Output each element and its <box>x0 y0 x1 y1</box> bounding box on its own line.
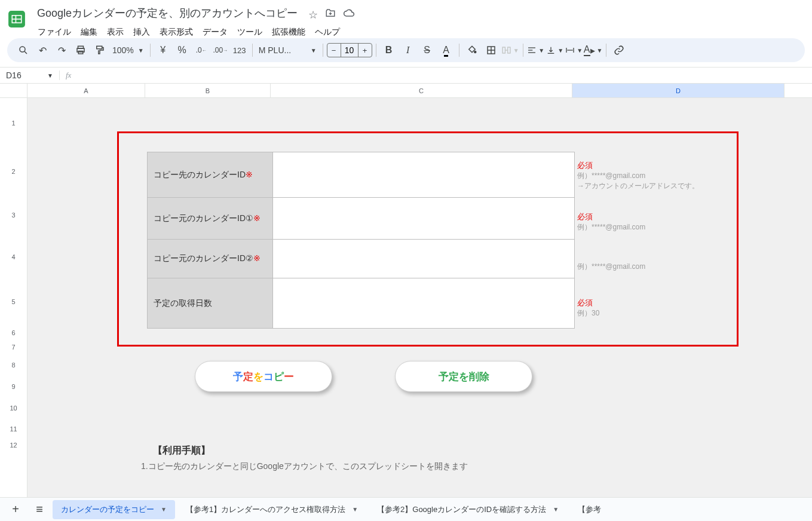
menu-edit[interactable]: 編集 <box>76 24 102 40</box>
svg-rect-15 <box>507 47 510 53</box>
zoom-select[interactable]: 100%▼ <box>110 45 146 55</box>
sheet-canvas[interactable]: コピー先のカレンダーID※ コピー元のカレンダーID①※ コピー元のカレンダーI… <box>27 98 812 497</box>
usage-heading: 【利用手順】 <box>153 445 210 457</box>
note-src1: 必須 例）*****@gmail.com <box>577 212 645 232</box>
row-header[interactable]: 4 <box>0 236 27 278</box>
sheets-logo[interactable] <box>5 7 29 31</box>
column-header[interactable]: D <box>572 84 785 97</box>
svg-rect-9 <box>97 46 102 49</box>
menu-insert[interactable]: 挿入 <box>129 24 154 40</box>
font-size[interactable]: − + <box>327 43 372 57</box>
text-color-icon[interactable]: A <box>437 41 455 59</box>
config-table: コピー先のカレンダーID※ コピー元のカレンダーID①※ コピー元のカレンダーI… <box>147 152 575 329</box>
menu-data[interactable]: データ <box>198 24 232 40</box>
font-size-increase[interactable]: + <box>358 46 372 55</box>
titlebar: Googleカレンダーの予定を、別のアカウントへコピー ☆ ファイル 編集 表示… <box>0 0 812 38</box>
font-family-select[interactable]: M PLU...▼ <box>256 45 319 55</box>
search-icon[interactable] <box>14 41 32 59</box>
svg-point-10 <box>474 51 476 53</box>
menu-view[interactable]: 表示 <box>103 24 128 40</box>
delete-events-button[interactable]: 予定を削除 <box>395 361 532 392</box>
row-header[interactable]: 10 <box>0 397 27 419</box>
all-sheets-button[interactable]: ≡ <box>29 500 50 519</box>
grid: 1 2 3 4 5 6 7 8 9 10 11 12 A B C D コピー先の… <box>0 84 812 497</box>
label-src-calendar-1: コピー元のカレンダーID①※ <box>148 198 273 240</box>
select-all-corner[interactable] <box>0 84 27 98</box>
svg-rect-14 <box>502 47 505 53</box>
print-icon[interactable] <box>72 41 90 59</box>
copy-events-button[interactable]: 予定をコピー <box>195 361 332 392</box>
row-header[interactable]: 12 <box>0 439 27 451</box>
font-size-decrease[interactable]: − <box>327 46 341 55</box>
cloud-status-icon[interactable] <box>343 7 355 22</box>
note-dest: 必須 例）*****@gmail.com →アカウントのメールアドレスです。 <box>577 160 699 191</box>
input-src-calendar-2[interactable] <box>273 240 575 278</box>
name-box[interactable]: D16▼ <box>0 71 60 80</box>
row-headers: 1 2 3 4 5 6 7 8 9 10 11 12 <box>0 84 27 497</box>
label-days: 予定の取得日数 <box>148 278 273 329</box>
input-days[interactable] <box>273 278 575 329</box>
more-formats[interactable]: 123 <box>231 41 249 59</box>
menu-format[interactable]: 表示形式 <box>155 24 197 40</box>
row-header[interactable]: 1 <box>0 98 27 149</box>
input-dest-calendar[interactable] <box>273 152 575 198</box>
strikethrough-icon[interactable]: S <box>418 41 436 59</box>
fill-color-icon[interactable] <box>463 41 481 59</box>
italic-icon[interactable]: I <box>399 41 417 59</box>
bold-icon[interactable]: B <box>380 41 398 59</box>
note-days: 必須 例）30 <box>577 298 599 318</box>
menu-tools[interactable]: ツール <box>233 24 266 40</box>
format-percent[interactable]: % <box>173 41 191 59</box>
undo-icon[interactable]: ↶ <box>33 41 51 59</box>
row-header[interactable]: 2 <box>0 149 27 194</box>
column-header[interactable]: C <box>271 84 572 97</box>
menu-extensions[interactable]: 拡張機能 <box>268 24 310 40</box>
increase-decimal-icon[interactable]: .00→ <box>212 41 229 59</box>
merge-cells-icon[interactable]: ▼ <box>501 41 519 59</box>
fx-icon: fx <box>60 71 77 80</box>
add-sheet-button[interactable]: + <box>5 500 26 519</box>
row-header[interactable]: 7 <box>0 340 27 354</box>
column-header[interactable]: A <box>27 84 145 97</box>
svg-point-4 <box>20 47 25 52</box>
sheet-tab-ref3[interactable]: 【参考 <box>569 500 609 519</box>
svg-line-5 <box>24 51 27 54</box>
insert-link-icon[interactable] <box>610 41 628 59</box>
menu-help[interactable]: ヘルプ <box>311 24 344 40</box>
row-header[interactable]: 8 <box>0 354 27 376</box>
sheet-tab-ref2[interactable]: 【参考2】GoogleカレンダーのIDを確認する方法▼ <box>369 500 567 519</box>
decrease-decimal-icon[interactable]: .0← <box>192 41 210 59</box>
row-header[interactable]: 11 <box>0 419 27 439</box>
usage-line: 1.コピー先のカレンダーと同じGoogleアカウントで、このスプレッドシートを開… <box>141 461 468 472</box>
input-src-calendar-1[interactable] <box>273 198 575 240</box>
star-icon[interactable]: ☆ <box>308 8 318 22</box>
label-dest-calendar: コピー先のカレンダーID※ <box>148 152 273 198</box>
wrap-icon[interactable]: ▼ <box>565 41 583 59</box>
sheet-tab-active[interactable]: カレンダーの予定をコピー▼ <box>53 500 175 519</box>
label-src-calendar-2: コピー元のカレンダーID②※ <box>148 240 273 278</box>
rotate-icon[interactable]: A▸▼ <box>584 41 602 59</box>
sheet-tab-ref1[interactable]: 【参考1】カレンダーへのアクセス権取得方法▼ <box>177 500 366 519</box>
toolbar: ↶ ↷ 100%▼ ¥ % .0← .00→ 123 M PLU...▼ − +… <box>7 38 805 62</box>
row-header[interactable]: 3 <box>0 194 27 236</box>
menubar: ファイル 編集 表示 挿入 表示形式 データ ツール 拡張機能 ヘルプ <box>33 24 355 40</box>
note-src2: 例）*****@gmail.com <box>577 262 645 272</box>
move-icon[interactable] <box>325 8 336 22</box>
valign-icon[interactable]: ▼ <box>546 41 564 59</box>
column-header[interactable]: B <box>145 84 271 97</box>
row-header[interactable]: 5 <box>0 278 27 326</box>
column-headers: A B C D <box>27 84 812 98</box>
borders-icon[interactable] <box>482 41 500 59</box>
doc-title[interactable]: Googleカレンダーの予定を、別のアカウントへコピー <box>33 5 301 22</box>
format-currency[interactable]: ¥ <box>154 41 172 59</box>
row-header[interactable]: 9 <box>0 376 27 397</box>
row-header[interactable]: 6 <box>0 326 27 340</box>
halign-icon[interactable]: ▼ <box>527 41 545 59</box>
formula-bar: D16▼ fx <box>0 67 812 84</box>
redo-icon[interactable]: ↷ <box>53 41 71 59</box>
font-size-input[interactable] <box>341 44 358 57</box>
paint-format-icon[interactable] <box>91 41 109 59</box>
sheet-tabs: + ≡ カレンダーの予定をコピー▼ 【参考1】カレンダーへのアクセス権取得方法▼… <box>0 497 812 521</box>
menu-file[interactable]: ファイル <box>33 24 75 40</box>
